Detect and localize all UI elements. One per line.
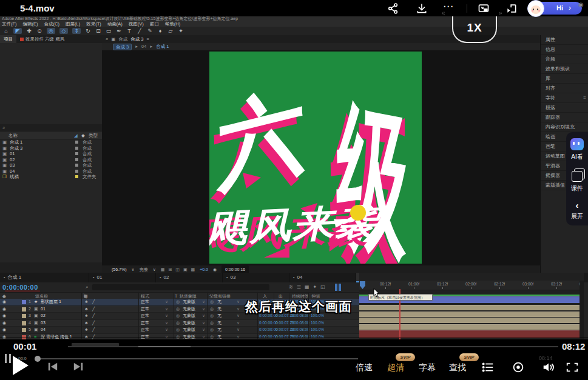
menu-item[interactable]: 文件(F) (2, 21, 17, 27)
item-label-chip[interactable] (75, 147, 78, 150)
breadcrumb-item[interactable]: 合成 1 (156, 43, 169, 50)
parent-link-value[interactable]: 无 (217, 320, 221, 327)
subtitle-button[interactable]: 字幕 (419, 362, 436, 373)
filter-icon[interactable]: ◢ (74, 132, 78, 139)
comp-viewport[interactable]: 六 级 飓风来袭 (102, 50, 540, 265)
layer-label-chip[interactable] (22, 328, 26, 332)
tool-icon[interactable]: ↻ (85, 28, 91, 34)
panel-tab[interactable]: 信息 (541, 45, 588, 55)
chevron-down-icon[interactable]: ∨ (202, 313, 205, 319)
tool-icon[interactable]: ◎ (47, 28, 55, 34)
item-label-chip[interactable] (75, 141, 78, 144)
parent-pickwhip-icon[interactable]: ◎ (210, 327, 214, 333)
chevron-down-icon[interactable]: ∨ (165, 306, 168, 313)
panel-tab[interactable]: 属性 (541, 35, 588, 45)
tool-icon[interactable]: ✦ (178, 28, 184, 34)
ai-watch-label[interactable]: AI看 (571, 153, 583, 161)
layer-row[interactable]: ◉ 4 ▣ 03 ♣ ╱ 正常 ∨ ◎ 无蒙版 ∨ ◎ 无 ∨ 0:00:00:… (0, 320, 359, 327)
track-matte-value[interactable]: 无蒙版 (183, 320, 195, 327)
item-label-chip[interactable] (75, 170, 78, 173)
tool-icon[interactable]: ⌂ (3, 28, 9, 34)
expand-chevron-icon[interactable]: ‹ (576, 201, 579, 210)
layer-duration-bar[interactable] (359, 318, 584, 323)
duration-value[interactable]: 0:00:08:00 (291, 327, 309, 333)
panel-tab[interactable]: 音频 (541, 55, 588, 64)
timeline-option-icon[interactable]: ✦ (313, 284, 317, 290)
picture-in-picture-icon[interactable] (477, 2, 490, 15)
panel-tab[interactable]: 跟踪器 (541, 113, 588, 122)
chevron-down-icon[interactable]: ∨ (202, 320, 205, 327)
blend-mode-value[interactable]: 正常 (141, 306, 149, 313)
timeline-option-icon[interactable]: ▦ (305, 284, 309, 290)
column-type[interactable]: 类型 (89, 132, 98, 139)
layer-name[interactable]: 04 (41, 327, 46, 333)
panel-tab[interactable]: 内容识别填充 (541, 122, 588, 132)
active-comp-tab[interactable]: 合成 3 (130, 35, 143, 43)
panel-tab[interactable]: 段落 (541, 103, 588, 113)
blend-mode-value[interactable]: 正常 (141, 299, 149, 305)
project-item-row[interactable]: ▣ 02 合成 (0, 157, 102, 163)
volume-icon[interactable] (542, 361, 555, 373)
layer-label-chip[interactable] (22, 300, 26, 304)
blend-mode-value[interactable]: 正常 (141, 327, 149, 333)
timeline-tab[interactable]: × ▪ 03 (223, 273, 289, 282)
tool-icon[interactable]: ⊙ (36, 28, 42, 34)
project-item-row[interactable]: ❐ 线稿 文件夹 (0, 174, 102, 180)
account-button[interactable]: Hi › (530, 2, 582, 15)
tab-effect-controls[interactable]: 效果控件 六级 飓风 (16, 35, 68, 43)
matte-pickwhip-icon[interactable]: ◎ (176, 299, 180, 305)
menu-item[interactable]: 图层(L) (66, 21, 80, 27)
tool-icon[interactable]: ╱ (137, 28, 143, 34)
chevron-down-icon[interactable]: ∨ (202, 306, 205, 313)
breadcrumb-item[interactable]: 04 (141, 43, 146, 50)
chevron-down-icon[interactable]: ∨ (237, 327, 240, 333)
tab-project[interactable]: 项目 (0, 35, 16, 43)
project-item-row[interactable]: ▣ 合成 1 合成 (0, 139, 102, 145)
layer-duration-bar[interactable] (359, 305, 584, 310)
panel-menu-icon[interactable]: ≡ (583, 93, 586, 102)
panel-tab[interactable]: 效果和预设 (541, 64, 588, 74)
chevron-down-icon[interactable]: ∨ (237, 313, 240, 319)
expand-label[interactable]: 展开 (571, 212, 583, 221)
parent-link-value[interactable]: 无 (217, 306, 221, 313)
tool-icon[interactable]: ◇ (59, 28, 68, 34)
seek-bar[interactable] (68, 346, 558, 347)
quality-button[interactable]: 超清 (387, 362, 404, 373)
chevron-down-icon[interactable]: ∨ (165, 299, 168, 305)
parent-link-value[interactable]: 无 (217, 313, 221, 319)
visibility-eye-icon[interactable]: ◉ (2, 313, 6, 319)
stretch-value[interactable]: 100.0% (311, 320, 324, 327)
parent-pickwhip-icon[interactable]: ◎ (210, 299, 214, 305)
project-item-row[interactable]: ▣ 01 合成 (0, 151, 102, 157)
item-label-chip[interactable] (75, 164, 78, 167)
layer-name[interactable]: 02 (41, 313, 46, 319)
timeline-tab[interactable]: × ▪ 01 (89, 273, 156, 282)
timeline-option-icon[interactable]: ◱ (320, 284, 325, 290)
tool-icon[interactable]: ⇕ (72, 28, 81, 34)
menu-item[interactable]: 编辑(E) (23, 21, 38, 27)
parent-pickwhip-icon[interactable]: ◎ (210, 320, 214, 327)
layer-row[interactable]: ◉ 5 ▣ 04 ♣ ╱ 正常 ∨ ◎ 无蒙版 ∨ ◎ 无 ∨ 0:00:00:… (0, 327, 359, 334)
chevron-down-icon[interactable]: ∨ (237, 299, 240, 305)
courseware-icon[interactable] (572, 171, 583, 182)
parent-pickwhip-icon[interactable]: ◎ (210, 306, 214, 313)
menu-item[interactable]: 窗口 (150, 21, 159, 27)
playlist-icon[interactable] (481, 361, 495, 373)
timeline-graph[interactable]: 00:12f01:00f01:12f02:00f02:12f03:00f03:1… (359, 273, 584, 339)
layer-label-chip[interactable] (22, 307, 26, 312)
item-label-chip[interactable] (75, 158, 78, 161)
chevron-down-icon[interactable]: ∨ (165, 313, 168, 319)
layer-duration-bar[interactable] (359, 324, 584, 330)
chevron-down-icon[interactable]: ∨ (202, 299, 205, 305)
track-matte-value[interactable]: 无蒙版 (183, 299, 195, 305)
tool-icon[interactable]: ◤ (13, 28, 22, 34)
record-gif-icon[interactable] (512, 361, 525, 373)
layer-name[interactable]: 03 (41, 320, 46, 327)
project-item-row[interactable]: ▣ 合成 3 合成 (0, 145, 102, 152)
item-label-chip[interactable] (75, 152, 78, 155)
blend-mode-value[interactable]: 正常 (141, 313, 149, 319)
timeline-tab[interactable]: × ▪ 04 (289, 273, 356, 282)
playback-speed-button[interactable]: 倍速 (356, 362, 373, 373)
timeline-search-input[interactable] (92, 284, 269, 290)
tool-icon[interactable]: ✚ (26, 28, 32, 34)
